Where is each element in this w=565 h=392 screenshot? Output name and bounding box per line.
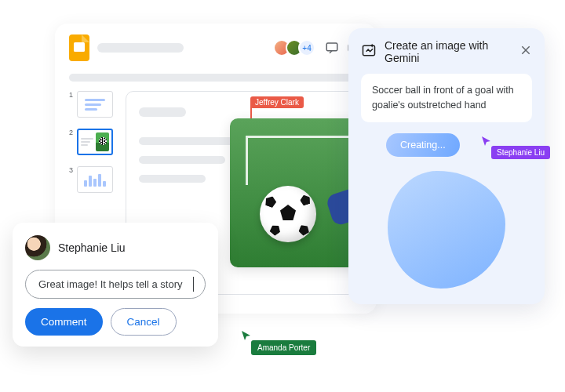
thumb-number: 3 <box>69 166 74 174</box>
thumb-number: 2 <box>69 129 74 136</box>
collab-cursor-stephanie: Stephanie Liu <box>480 135 493 151</box>
slides-logo <box>69 34 89 61</box>
creating-pill: Creating... <box>386 133 460 157</box>
collab-cursor-label: Jeffrey Clark <box>250 96 304 108</box>
thumb-number: 1 <box>69 91 74 99</box>
gemini-header: Create an image with Gemini <box>361 39 532 64</box>
comment-cancel-button[interactable]: Cancel <box>111 308 177 336</box>
slides-toolbar[interactable] <box>69 74 363 82</box>
svg-rect-2 <box>326 43 337 51</box>
comment-actions: Comment Cancel <box>25 308 206 336</box>
sparkle-image-icon <box>361 42 377 61</box>
avatar-stephanie <box>25 235 50 260</box>
svg-rect-1 <box>74 42 85 52</box>
comment-submit-button[interactable]: Comment <box>25 308 103 336</box>
collab-cursor-amanda-label: Amanda Porter <box>251 340 316 355</box>
slide-thumb-3[interactable] <box>77 166 113 193</box>
comment-popup: Stephanie Liu Great image! It helps tell… <box>13 223 218 347</box>
gemini-generating-blob <box>388 171 505 289</box>
comment-header: Stephanie Liu <box>25 235 206 260</box>
comment-input[interactable]: Great image! It helps tell a story <box>25 270 206 299</box>
gemini-title: Create an image with Gemini <box>385 39 512 64</box>
soccer-ball <box>260 186 316 242</box>
gemini-panel: Create an image with Gemini Soccer ball … <box>348 28 545 304</box>
canvas-title-placeholder <box>139 107 186 117</box>
close-icon[interactable] <box>519 44 532 60</box>
collab-cursor-amanda: Amanda Porter <box>240 329 253 345</box>
comment-icon[interactable] <box>323 39 341 56</box>
avatar-overflow[interactable]: +4 <box>298 39 315 56</box>
collaborator-avatars[interactable]: +4 <box>278 39 319 56</box>
slide-thumb-2[interactable] <box>77 129 113 155</box>
collab-cursor-stephanie-label: Stephanie Liu <box>491 146 550 159</box>
commenter-name: Stephanie Liu <box>58 241 126 254</box>
slides-header: +4 <box>55 24 377 69</box>
gemini-prompt-input[interactable]: Soccer ball in front of a goal with goal… <box>361 74 532 122</box>
doc-title-placeholder[interactable] <box>97 43 184 53</box>
slide-thumb-1[interactable] <box>77 91 113 118</box>
